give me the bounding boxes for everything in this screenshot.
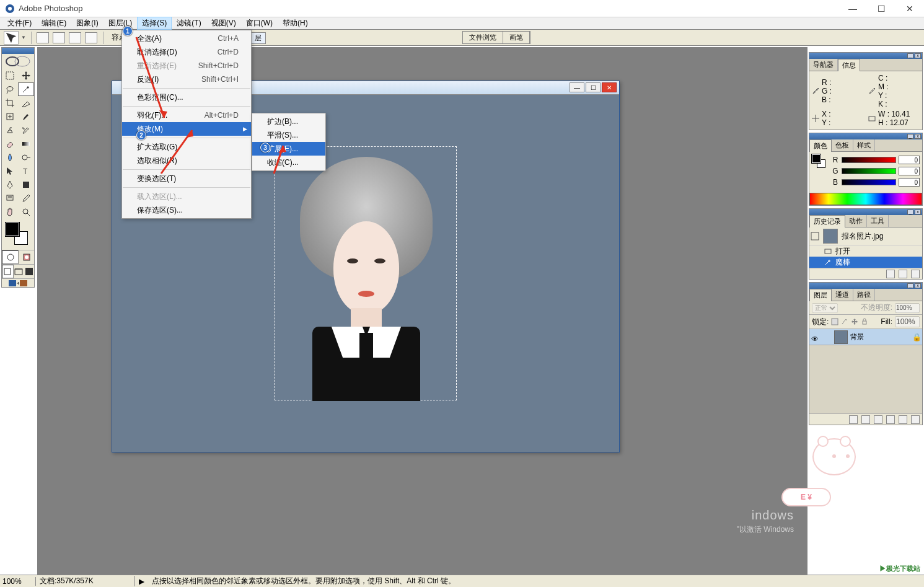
brush-tool-icon[interactable] <box>18 110 34 123</box>
standard-mode-icon[interactable] <box>2 250 19 264</box>
quickmask-mode-icon[interactable] <box>19 250 34 264</box>
jump-to-imageready-icon[interactable] <box>2 278 34 287</box>
path-selection-tool-icon[interactable] <box>2 164 18 178</box>
type-tool-icon[interactable]: T <box>18 164 34 178</box>
menu-grow[interactable]: 扩大选取(G) <box>122 140 251 154</box>
menu-border[interactable]: 扩边(B)... <box>252 115 325 128</box>
screen-fullmenubar-icon[interactable] <box>14 265 24 278</box>
tool-preset-icon[interactable] <box>4 31 19 45</box>
zoom-field[interactable]: 100% <box>0 577 36 586</box>
menu-layer[interactable]: 图层(L) <box>103 17 138 30</box>
menu-save-selection[interactable]: 保存选区(S)... <box>122 203 251 217</box>
b-value-input[interactable] <box>899 178 920 187</box>
menu-edit[interactable]: 编辑(E) <box>37 17 71 30</box>
create-document-icon[interactable] <box>886 270 895 278</box>
tab-actions[interactable]: 动作 <box>845 215 867 227</box>
tab-color[interactable]: 颜色 <box>809 139 832 152</box>
panel-minimize-icon[interactable]: _ <box>907 134 913 139</box>
r-value-input[interactable] <box>899 156 920 164</box>
adjustment-layer-icon[interactable] <box>886 415 895 424</box>
panel-close-icon[interactable]: x <box>915 53 921 58</box>
close-button[interactable]: ✕ <box>895 0 924 17</box>
statusbar-menu-arrow-icon[interactable]: ▶ <box>135 577 148 586</box>
b-slider[interactable] <box>842 179 896 185</box>
visibility-toggle-icon[interactable]: 👁 <box>809 335 821 340</box>
tab-navigator[interactable]: 导航器 <box>809 59 838 71</box>
screen-standard-icon[interactable] <box>2 265 14 278</box>
selection-new-icon[interactable] <box>37 32 49 43</box>
maximize-button[interactable]: ☐ <box>867 0 895 17</box>
lock-all-icon[interactable] <box>861 318 868 325</box>
tab-styles[interactable]: 样式 <box>853 139 875 151</box>
menu-load-selection[interactable]: 载入选区(L)... <box>122 190 251 203</box>
tab-layers[interactable]: 图层 <box>809 289 832 301</box>
panel-close-icon[interactable]: x <box>915 210 921 214</box>
tab-history[interactable]: 历史记录 <box>809 215 845 227</box>
clone-stamp-tool-icon[interactable] <box>2 123 18 137</box>
panel-minimize-icon[interactable]: _ <box>907 210 913 214</box>
eraser-tool-icon[interactable] <box>2 137 18 151</box>
menu-transform-selection[interactable]: 变换选区(T) <box>122 172 251 185</box>
new-layer-icon[interactable] <box>899 415 907 424</box>
slice-tool-icon[interactable] <box>18 96 34 110</box>
menu-similar[interactable]: 选取相似(R) <box>122 154 251 167</box>
tab-info[interactable]: 信息 <box>838 59 860 71</box>
foreground-color[interactable] <box>6 223 19 236</box>
panel-close-icon[interactable]: x <box>915 134 921 139</box>
menu-filter[interactable]: 滤镜(T) <box>172 17 206 30</box>
tab-file-browser[interactable]: 文件浏览 <box>463 32 503 43</box>
zoom-tool-icon[interactable] <box>18 205 34 219</box>
r-slider[interactable] <box>842 157 896 163</box>
lock-transparent-icon[interactable] <box>831 318 838 325</box>
menu-file[interactable]: 文件(F) <box>2 17 37 30</box>
menu-deselect[interactable]: 取消选择(D)Ctrl+D <box>122 45 251 59</box>
panel-minimize-icon[interactable]: _ <box>907 53 913 58</box>
menu-smooth[interactable]: 平滑(S)... <box>252 128 325 142</box>
g-value-input[interactable] <box>899 167 920 175</box>
blend-mode-select[interactable]: 正常 <box>812 303 838 313</box>
menu-help[interactable]: 帮助(H) <box>278 17 313 30</box>
panel-close-icon[interactable]: x <box>915 283 921 288</box>
hand-tool-icon[interactable] <box>2 205 18 219</box>
notes-tool-icon[interactable] <box>2 192 18 205</box>
doc-close-button[interactable]: ✕ <box>602 82 617 92</box>
new-set-icon[interactable] <box>874 415 882 424</box>
doc-maximize-button[interactable]: ☐ <box>586 82 601 92</box>
docsize-field[interactable]: 文档:357K/357K <box>36 576 135 586</box>
selection-subtract-icon[interactable] <box>69 32 81 43</box>
tab-tool-presets[interactable]: 工具 <box>867 215 889 227</box>
marquee-tool-icon[interactable] <box>2 69 18 82</box>
opacity-input[interactable] <box>895 303 920 313</box>
crop-tool-icon[interactable] <box>2 96 18 110</box>
menu-feather[interactable]: 羽化(F)...Alt+Ctrl+D <box>122 108 251 122</box>
brush-source-icon[interactable] <box>811 232 819 241</box>
gradient-tool-icon[interactable] <box>18 137 34 151</box>
menu-select-all[interactable]: 全选(A)Ctrl+A <box>122 32 251 45</box>
selection-intersect-icon[interactable] <box>85 32 97 43</box>
menu-select[interactable]: 选择(S) <box>137 17 172 30</box>
tab-paths[interactable]: 路径 <box>853 289 875 301</box>
layer-style-icon[interactable] <box>849 415 858 424</box>
g-slider[interactable] <box>842 168 896 174</box>
doc-minimize-button[interactable]: — <box>570 82 584 92</box>
minimize-button[interactable]: — <box>838 0 867 17</box>
color-swatches[interactable] <box>4 221 32 247</box>
delete-layer-icon[interactable] <box>911 415 920 424</box>
shape-tool-icon[interactable] <box>18 178 34 192</box>
lock-image-icon[interactable] <box>841 318 848 325</box>
new-snapshot-icon[interactable] <box>899 270 907 278</box>
color-fgbg-mini[interactable] <box>812 154 828 170</box>
lock-position-icon[interactable] <box>851 318 858 325</box>
color-ramp[interactable] <box>809 193 922 205</box>
layer-row-background[interactable]: 👁 背景 🔒 <box>809 329 922 345</box>
menu-reselect[interactable]: 重新选择(E)Shift+Ctrl+D <box>122 59 251 73</box>
screen-full-icon[interactable] <box>24 265 34 278</box>
magic-wand-tool-icon[interactable] <box>18 82 34 96</box>
move-tool-icon[interactable] <box>18 69 34 82</box>
history-step-magic-wand[interactable]: 魔棒 <box>809 257 922 268</box>
healing-brush-tool-icon[interactable] <box>2 110 18 123</box>
selection-add-icon[interactable] <box>53 32 65 43</box>
menu-color-range[interactable]: 色彩范围(C)... <box>122 90 251 104</box>
tab-channels[interactable]: 通道 <box>832 289 853 301</box>
menu-contract[interactable]: 收缩(C)... <box>252 156 325 169</box>
